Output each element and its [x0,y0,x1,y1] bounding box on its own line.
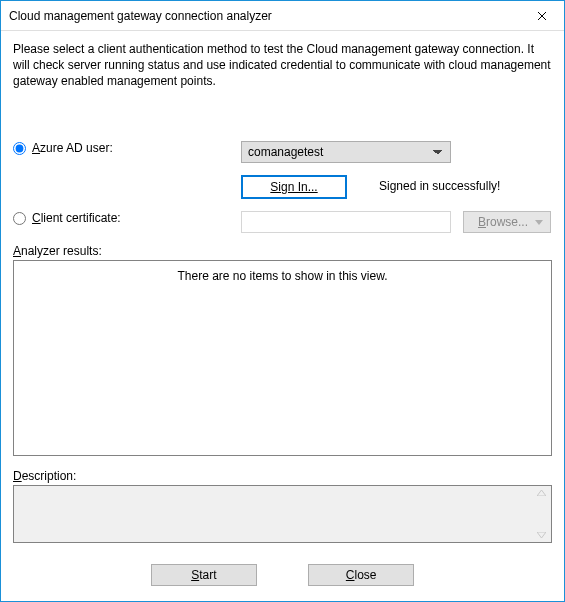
start-button[interactable]: Start [151,564,257,586]
results-empty-message: There are no items to show in this view. [177,269,387,283]
browse-button: Browse... [463,211,551,233]
sign-in-button[interactable]: Sign In... [241,175,347,199]
description-scrollbar[interactable] [533,487,550,541]
analyzer-results-label: Analyzer results: [13,244,102,258]
close-button[interactable]: Close [308,564,414,586]
window-close-button[interactable] [519,1,564,30]
client-cert-radio[interactable] [13,212,26,225]
close-icon [537,8,547,24]
analyzer-results-list[interactable]: There are no items to show in this view. [13,260,552,456]
description-label: Description: [13,469,76,483]
scroll-up-icon [537,490,546,496]
scroll-down-icon [537,532,546,538]
window-title: Cloud management gateway connection anal… [9,9,519,23]
client-cert-radio-label[interactable]: Client certificate: [13,211,121,225]
azure-ad-user-combo[interactable]: comanagetest [241,141,451,163]
titlebar: Cloud management gateway connection anal… [1,1,564,31]
azure-ad-radio[interactable] [13,142,26,155]
client-cert-field[interactable] [241,211,451,233]
sign-in-status: Signed in successfully! [379,179,500,193]
azure-ad-radio-label[interactable]: Azure AD user: [13,141,113,155]
description-box[interactable] [13,485,552,543]
instructions-text: Please select a client authentication me… [13,41,552,90]
